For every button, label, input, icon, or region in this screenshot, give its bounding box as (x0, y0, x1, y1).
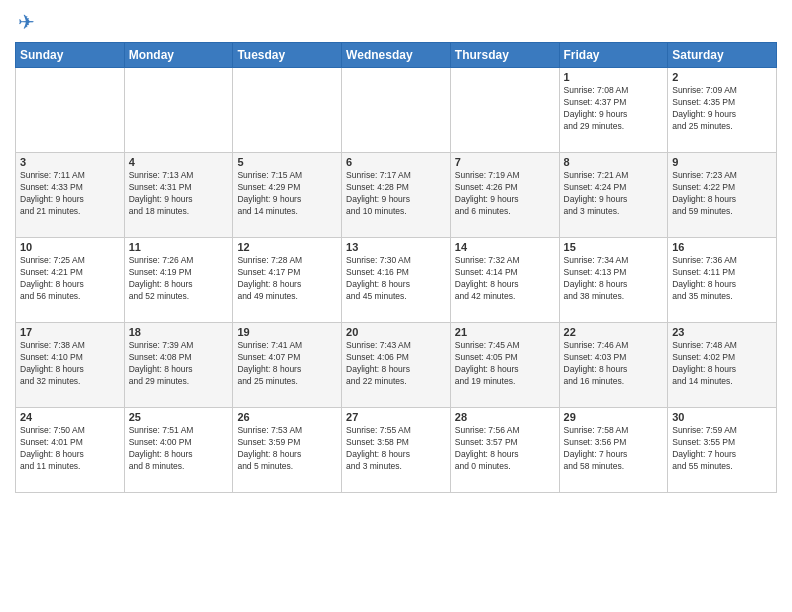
weekday-sunday: Sunday (16, 43, 125, 68)
day-number: 3 (20, 156, 120, 168)
day-info: Sunrise: 7:17 AM Sunset: 4:28 PM Dayligh… (346, 170, 446, 218)
calendar-cell: 5Sunrise: 7:15 AM Sunset: 4:29 PM Daylig… (233, 153, 342, 238)
calendar-cell: 11Sunrise: 7:26 AM Sunset: 4:19 PM Dayli… (124, 238, 233, 323)
weekday-thursday: Thursday (450, 43, 559, 68)
day-number: 15 (564, 241, 664, 253)
day-info: Sunrise: 7:21 AM Sunset: 4:24 PM Dayligh… (564, 170, 664, 218)
day-number: 28 (455, 411, 555, 423)
calendar: SundayMondayTuesdayWednesdayThursdayFrid… (15, 42, 777, 493)
day-info: Sunrise: 7:13 AM Sunset: 4:31 PM Dayligh… (129, 170, 229, 218)
day-info: Sunrise: 7:26 AM Sunset: 4:19 PM Dayligh… (129, 255, 229, 303)
day-number: 10 (20, 241, 120, 253)
calendar-cell: 10Sunrise: 7:25 AM Sunset: 4:21 PM Dayli… (16, 238, 125, 323)
day-info: Sunrise: 7:51 AM Sunset: 4:00 PM Dayligh… (129, 425, 229, 473)
weekday-wednesday: Wednesday (342, 43, 451, 68)
calendar-cell: 16Sunrise: 7:36 AM Sunset: 4:11 PM Dayli… (668, 238, 777, 323)
calendar-cell (124, 68, 233, 153)
day-number: 11 (129, 241, 229, 253)
day-info: Sunrise: 7:25 AM Sunset: 4:21 PM Dayligh… (20, 255, 120, 303)
day-number: 23 (672, 326, 772, 338)
calendar-cell (342, 68, 451, 153)
day-info: Sunrise: 7:50 AM Sunset: 4:01 PM Dayligh… (20, 425, 120, 473)
day-info: Sunrise: 7:15 AM Sunset: 4:29 PM Dayligh… (237, 170, 337, 218)
weekday-monday: Monday (124, 43, 233, 68)
calendar-cell: 4Sunrise: 7:13 AM Sunset: 4:31 PM Daylig… (124, 153, 233, 238)
day-number: 5 (237, 156, 337, 168)
day-info: Sunrise: 7:11 AM Sunset: 4:33 PM Dayligh… (20, 170, 120, 218)
calendar-cell: 30Sunrise: 7:59 AM Sunset: 3:55 PM Dayli… (668, 408, 777, 493)
day-info: Sunrise: 7:55 AM Sunset: 3:58 PM Dayligh… (346, 425, 446, 473)
calendar-cell: 21Sunrise: 7:45 AM Sunset: 4:05 PM Dayli… (450, 323, 559, 408)
week-row-5: 24Sunrise: 7:50 AM Sunset: 4:01 PM Dayli… (16, 408, 777, 493)
week-row-4: 17Sunrise: 7:38 AM Sunset: 4:10 PM Dayli… (16, 323, 777, 408)
calendar-cell: 18Sunrise: 7:39 AM Sunset: 4:08 PM Dayli… (124, 323, 233, 408)
calendar-cell: 2Sunrise: 7:09 AM Sunset: 4:35 PM Daylig… (668, 68, 777, 153)
day-info: Sunrise: 7:08 AM Sunset: 4:37 PM Dayligh… (564, 85, 664, 133)
calendar-cell: 14Sunrise: 7:32 AM Sunset: 4:14 PM Dayli… (450, 238, 559, 323)
day-info: Sunrise: 7:23 AM Sunset: 4:22 PM Dayligh… (672, 170, 772, 218)
day-number: 13 (346, 241, 446, 253)
day-info: Sunrise: 7:56 AM Sunset: 3:57 PM Dayligh… (455, 425, 555, 473)
day-number: 29 (564, 411, 664, 423)
day-number: 30 (672, 411, 772, 423)
calendar-cell: 19Sunrise: 7:41 AM Sunset: 4:07 PM Dayli… (233, 323, 342, 408)
weekday-tuesday: Tuesday (233, 43, 342, 68)
logo-bird-icon: ✈ (18, 10, 35, 34)
day-info: Sunrise: 7:19 AM Sunset: 4:26 PM Dayligh… (455, 170, 555, 218)
weekday-header-row: SundayMondayTuesdayWednesdayThursdayFrid… (16, 43, 777, 68)
day-info: Sunrise: 7:36 AM Sunset: 4:11 PM Dayligh… (672, 255, 772, 303)
day-number: 14 (455, 241, 555, 253)
calendar-cell: 27Sunrise: 7:55 AM Sunset: 3:58 PM Dayli… (342, 408, 451, 493)
day-info: Sunrise: 7:43 AM Sunset: 4:06 PM Dayligh… (346, 340, 446, 388)
calendar-cell: 26Sunrise: 7:53 AM Sunset: 3:59 PM Dayli… (233, 408, 342, 493)
day-number: 18 (129, 326, 229, 338)
day-info: Sunrise: 7:45 AM Sunset: 4:05 PM Dayligh… (455, 340, 555, 388)
day-number: 17 (20, 326, 120, 338)
day-number: 24 (20, 411, 120, 423)
week-row-2: 3Sunrise: 7:11 AM Sunset: 4:33 PM Daylig… (16, 153, 777, 238)
day-number: 26 (237, 411, 337, 423)
calendar-cell: 29Sunrise: 7:58 AM Sunset: 3:56 PM Dayli… (559, 408, 668, 493)
day-number: 25 (129, 411, 229, 423)
day-info: Sunrise: 7:34 AM Sunset: 4:13 PM Dayligh… (564, 255, 664, 303)
day-info: Sunrise: 7:38 AM Sunset: 4:10 PM Dayligh… (20, 340, 120, 388)
day-number: 8 (564, 156, 664, 168)
day-number: 22 (564, 326, 664, 338)
day-number: 1 (564, 71, 664, 83)
day-info: Sunrise: 7:59 AM Sunset: 3:55 PM Dayligh… (672, 425, 772, 473)
day-number: 21 (455, 326, 555, 338)
calendar-cell (16, 68, 125, 153)
calendar-cell: 1Sunrise: 7:08 AM Sunset: 4:37 PM Daylig… (559, 68, 668, 153)
calendar-cell: 12Sunrise: 7:28 AM Sunset: 4:17 PM Dayli… (233, 238, 342, 323)
logo: ✈ (15, 10, 35, 34)
day-info: Sunrise: 7:48 AM Sunset: 4:02 PM Dayligh… (672, 340, 772, 388)
calendar-cell: 8Sunrise: 7:21 AM Sunset: 4:24 PM Daylig… (559, 153, 668, 238)
day-number: 4 (129, 156, 229, 168)
page: ✈ SundayMondayTuesdayWednesdayThursdayFr… (0, 0, 792, 612)
day-number: 16 (672, 241, 772, 253)
calendar-cell: 9Sunrise: 7:23 AM Sunset: 4:22 PM Daylig… (668, 153, 777, 238)
day-number: 2 (672, 71, 772, 83)
calendar-cell: 28Sunrise: 7:56 AM Sunset: 3:57 PM Dayli… (450, 408, 559, 493)
calendar-cell: 17Sunrise: 7:38 AM Sunset: 4:10 PM Dayli… (16, 323, 125, 408)
day-number: 12 (237, 241, 337, 253)
day-info: Sunrise: 7:53 AM Sunset: 3:59 PM Dayligh… (237, 425, 337, 473)
day-info: Sunrise: 7:30 AM Sunset: 4:16 PM Dayligh… (346, 255, 446, 303)
calendar-cell: 13Sunrise: 7:30 AM Sunset: 4:16 PM Dayli… (342, 238, 451, 323)
calendar-cell: 15Sunrise: 7:34 AM Sunset: 4:13 PM Dayli… (559, 238, 668, 323)
calendar-cell: 25Sunrise: 7:51 AM Sunset: 4:00 PM Dayli… (124, 408, 233, 493)
day-number: 6 (346, 156, 446, 168)
calendar-cell (233, 68, 342, 153)
day-number: 20 (346, 326, 446, 338)
calendar-cell: 20Sunrise: 7:43 AM Sunset: 4:06 PM Dayli… (342, 323, 451, 408)
calendar-cell: 7Sunrise: 7:19 AM Sunset: 4:26 PM Daylig… (450, 153, 559, 238)
day-info: Sunrise: 7:58 AM Sunset: 3:56 PM Dayligh… (564, 425, 664, 473)
calendar-cell: 22Sunrise: 7:46 AM Sunset: 4:03 PM Dayli… (559, 323, 668, 408)
day-info: Sunrise: 7:09 AM Sunset: 4:35 PM Dayligh… (672, 85, 772, 133)
week-row-1: 1Sunrise: 7:08 AM Sunset: 4:37 PM Daylig… (16, 68, 777, 153)
day-info: Sunrise: 7:39 AM Sunset: 4:08 PM Dayligh… (129, 340, 229, 388)
day-info: Sunrise: 7:32 AM Sunset: 4:14 PM Dayligh… (455, 255, 555, 303)
week-row-3: 10Sunrise: 7:25 AM Sunset: 4:21 PM Dayli… (16, 238, 777, 323)
day-number: 27 (346, 411, 446, 423)
weekday-friday: Friday (559, 43, 668, 68)
